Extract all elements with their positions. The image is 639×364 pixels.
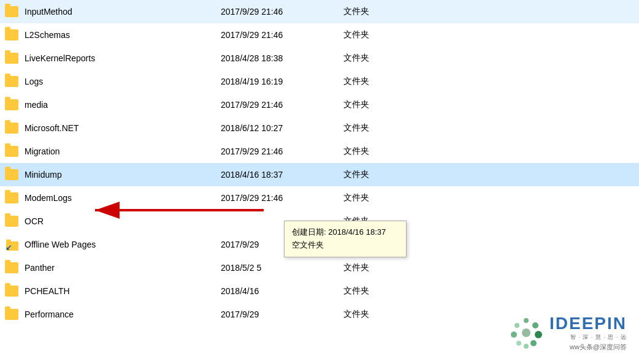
svg-point-11 — [511, 332, 517, 338]
file-name: OCR — [25, 216, 221, 226]
table-row[interactable]: LiveKernelReports2018/4/28 18:38文件夹 — [0, 47, 639, 70]
file-type: 文件夹 — [343, 76, 634, 87]
folder-icon — [5, 28, 20, 42]
svg-point-7 — [535, 331, 542, 338]
file-type: 文件夹 — [343, 123, 634, 134]
table-row[interactable]: ModemLogs2017/9/29 21:46文件夹 — [0, 186, 639, 210]
folder-icon — [5, 191, 20, 205]
file-date: 2018/5/2 5 — [221, 263, 343, 273]
file-date: 2017/9/29 21:46 — [221, 30, 343, 40]
file-name: PCHEALTH — [25, 286, 221, 296]
folder-icon-shape — [5, 286, 18, 297]
file-name: InputMethod — [25, 7, 221, 17]
file-type: 文件夹 — [343, 6, 634, 17]
table-row[interactable]: Microsoft.NET2018/6/12 10:27文件夹 — [0, 116, 639, 140]
tooltip-popup: 创建日期: 2018/4/16 18:37 空文件夹 — [284, 221, 407, 257]
folder-icon — [5, 121, 20, 135]
folder-icon: ↙ — [5, 238, 20, 251]
file-name: Minidump — [25, 170, 221, 180]
folder-icon-shape — [5, 192, 18, 203]
folder-icon — [5, 308, 20, 321]
file-date: 2017/9/29 — [221, 309, 343, 319]
logo-text-area: IDEEPIN 智 · 深 · 慧 · 思 · 远 ww头条@深度问答 — [549, 314, 627, 352]
svg-rect-1 — [6, 240, 11, 242]
folder-icon-shape — [5, 169, 18, 180]
tooltip-line2: 空文件夹 — [292, 239, 399, 252]
folder-icon-shape — [5, 123, 18, 134]
folder-icon-shape — [5, 309, 18, 320]
svg-point-5 — [524, 318, 529, 323]
file-list: InputMethod2017/9/29 21:46文件夹L2Schemas20… — [0, 0, 639, 326]
file-name: media — [25, 100, 221, 110]
svg-point-13 — [522, 328, 530, 337]
offline-folder-icon: ↙ — [5, 243, 20, 253]
logo-brand: IDEEPIN — [549, 314, 627, 333]
table-row[interactable]: PCHEALTH2018/4/16文件夹 — [0, 279, 639, 303]
folder-icon — [5, 5, 20, 18]
logo-overlay: IDEEPIN 智 · 深 · 慧 · 思 · 远 ww头条@深度问答 — [508, 314, 627, 352]
file-type: 文件夹 — [343, 99, 634, 110]
tooltip-line1: 创建日期: 2018/4/16 18:37 — [292, 226, 399, 239]
file-type: 文件夹 — [343, 286, 634, 297]
table-row[interactable]: Logs2018/4/19 16:19文件夹 — [0, 70, 639, 93]
svg-point-6 — [532, 322, 538, 328]
folder-icon — [5, 145, 20, 158]
file-date: 2017/9/29 21:46 — [221, 100, 343, 110]
folder-icon — [5, 261, 20, 275]
folder-icon-shape — [5, 6, 18, 17]
table-row[interactable]: L2Schemas2017/9/29 21:46文件夹 — [0, 23, 639, 47]
logo-dots-icon — [508, 314, 545, 351]
file-date: 2018/4/16 18:37 — [221, 170, 343, 180]
folder-icon — [5, 168, 20, 181]
folder-icon-shape — [5, 76, 18, 87]
folder-icon — [5, 98, 20, 112]
folder-icon-shape — [5, 53, 18, 64]
svg-point-10 — [516, 341, 521, 346]
table-row[interactable]: Migration2017/9/29 21:46文件夹 — [0, 140, 639, 163]
file-date: 2017/9/29 21:46 — [221, 146, 343, 156]
file-date: 2018/6/12 10:27 — [221, 123, 343, 133]
folder-icon — [5, 284, 20, 298]
folder-icon-shape — [5, 99, 18, 110]
file-name: LiveKernelReports — [25, 53, 221, 63]
file-date: 2018/4/19 16:19 — [221, 77, 343, 86]
file-name: Offline Web Pages — [25, 240, 221, 249]
file-date: 2018/4/16 — [221, 286, 343, 296]
file-type: 文件夹 — [343, 192, 634, 203]
folder-icon — [5, 75, 20, 88]
file-type: 文件夹 — [343, 169, 634, 180]
file-name: Logs — [25, 77, 221, 86]
file-name: Migration — [25, 146, 221, 156]
svg-point-12 — [515, 323, 519, 328]
svg-point-9 — [524, 344, 529, 349]
file-name: Performance — [25, 309, 221, 319]
folder-icon — [5, 51, 20, 65]
folder-icon-shape — [5, 146, 18, 157]
file-type: 文件夹 — [343, 262, 634, 273]
file-name: ModemLogs — [25, 193, 221, 203]
svg-point-8 — [530, 340, 537, 346]
file-date: 2017/9/29 21:46 — [221, 7, 343, 17]
file-name: Panther — [25, 263, 221, 273]
file-type: 文件夹 — [343, 29, 634, 40]
folder-icon — [5, 214, 20, 228]
logo-sub: ww头条@深度问答 — [549, 343, 627, 352]
logo-tagline: 智 · 深 · 慧 · 思 · 远 — [549, 333, 627, 341]
table-row[interactable]: Panther2018/5/2 5文件夹 — [0, 256, 639, 279]
file-date: 2018/4/28 18:38 — [221, 53, 343, 63]
folder-icon-shape — [5, 29, 18, 40]
table-row[interactable]: Minidump2018/4/16 18:37文件夹 — [0, 163, 639, 186]
folder-icon-shape — [5, 262, 18, 273]
file-date: 2017/9/29 21:46 — [221, 193, 343, 203]
table-row[interactable]: InputMethod2017/9/29 21:46文件夹 — [0, 0, 639, 23]
svg-text:↙: ↙ — [6, 243, 12, 251]
file-name: Microsoft.NET — [25, 123, 221, 133]
file-name: L2Schemas — [25, 30, 221, 40]
folder-icon-shape — [5, 216, 18, 227]
file-type: 文件夹 — [343, 53, 634, 64]
table-row[interactable]: media2017/9/29 21:46文件夹 — [0, 93, 639, 116]
file-type: 文件夹 — [343, 146, 634, 157]
